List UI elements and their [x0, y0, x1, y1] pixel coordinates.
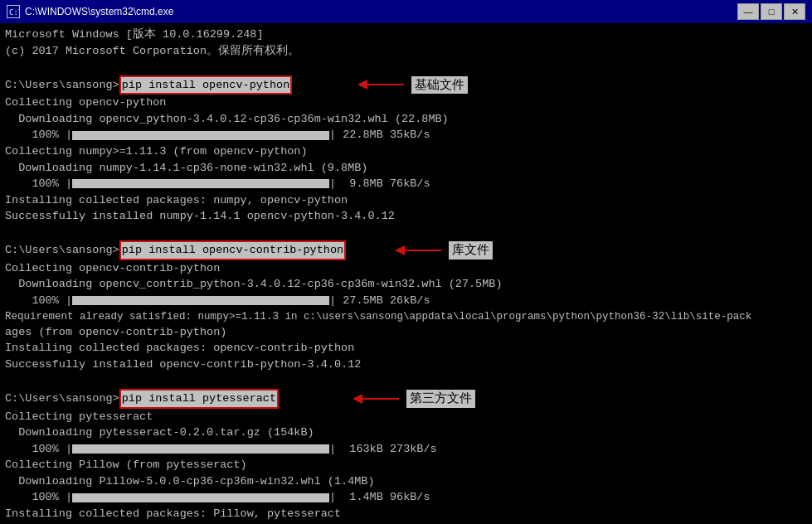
terminal-line: Successfully installed numpy-1.14.1 open… — [5, 208, 807, 225]
cmd-highlight-2: pip install opencv-contrib-python — [119, 240, 346, 260]
title-bar: C:\ C:\WINDOWS\system32\cmd.exe — □ ✕ — [0, 0, 812, 23]
terminal-line: Downloading opencv_python-3.4.0.12-cp36-… — [5, 111, 807, 128]
title-bar-controls: — □ ✕ — [737, 3, 805, 20]
terminal-line: Downloading pytesseract-0.2.0.tar.gz (15… — [5, 425, 807, 441]
window: C:\ C:\WINDOWS\system32\cmd.exe — □ ✕ Mi… — [0, 0, 812, 524]
annotation-label-1: 基础文件 — [411, 76, 468, 95]
terminal-line: (c) 2017 Microsoft Corporation。保留所有权利。 — [5, 43, 807, 60]
maximize-button[interactable]: □ — [761, 3, 782, 20]
terminal-line: Installing collected packages: opencv-co… — [5, 340, 807, 357]
window-title: C:\WINDOWS\system32\cmd.exe — [25, 6, 173, 17]
progress-line-2: 100% | | 9.8MB 76kB/s — [5, 176, 807, 192]
progress-line-1: 100% | | 22.8MB 35kB/s — [5, 127, 807, 143]
progress-line-5: 100% | | 1.4MB 96kB/s — [5, 489, 807, 506]
terminal: Microsoft Windows [版本 10.0.16299.248] (c… — [0, 23, 812, 524]
arrow-icon-1 — [358, 75, 408, 94]
cmd-highlight-1: pip install opencv-python — [119, 75, 293, 95]
annotation-label-3: 第三方文件 — [406, 390, 475, 408]
terminal-line: Collecting pytesseract — [5, 409, 807, 425]
terminal-line: Collecting opencv-python — [5, 95, 807, 111]
progress-line-3: 100% | | 27.5MB 26kB/s — [5, 293, 807, 309]
terminal-line: Installing collected packages: Pillow, p… — [5, 506, 807, 522]
terminal-line: C:\Users\sansong>pip install opencv-cont… — [5, 240, 807, 260]
terminal-line — [5, 372, 807, 389]
svg-text:C:\: C:\ — [9, 8, 19, 17]
annotation-label-2: 库文件 — [449, 241, 493, 260]
terminal-line: Microsoft Windows [版本 10.0.16299.248] — [5, 27, 807, 43]
arrow-icon-2 — [396, 241, 445, 260]
terminal-line: Collecting Pillow (from pytesseract) — [5, 457, 807, 473]
terminal-line — [5, 59, 807, 75]
terminal-line: C:\Users\sansong>pip install opencv-pyth… — [5, 75, 807, 95]
progress-line-4: 100% | | 163kB 273kB/s — [5, 441, 807, 458]
arrow-icon-3 — [353, 390, 403, 408]
minimize-button[interactable]: — — [737, 3, 759, 20]
terminal-line: Requirement already satisfied: numpy>=1.… — [5, 309, 807, 324]
terminal-line: Successfully installed opencv-contrib-py… — [5, 357, 807, 373]
cmd-highlight-3: pip install pytesseract — [119, 389, 279, 409]
close-button[interactable]: ✕ — [784, 3, 805, 20]
cmd-icon: C:\ — [7, 5, 20, 18]
terminal-line: Installing collected packages: numpy, op… — [5, 192, 807, 209]
terminal-line: Collecting opencv-contrib-python — [5, 260, 807, 277]
terminal-line: Downloading opencv_contrib_python-3.4.0.… — [5, 276, 807, 293]
terminal-line: Downloading numpy-1.14.1-cp36-none-win32… — [5, 160, 807, 177]
terminal-line: ages (from opencv-contrib-python) — [5, 324, 807, 341]
terminal-line: Downloading Pillow-5.0.0-cp36-cp36m-win3… — [5, 473, 807, 490]
terminal-line: C:\Users\sansong>pip install pytesseract… — [5, 389, 807, 409]
title-bar-left: C:\ C:\WINDOWS\system32\cmd.exe — [7, 5, 173, 18]
terminal-line — [5, 225, 807, 241]
terminal-line: Collecting numpy>=1.11.3 (from opencv-py… — [5, 143, 807, 160]
